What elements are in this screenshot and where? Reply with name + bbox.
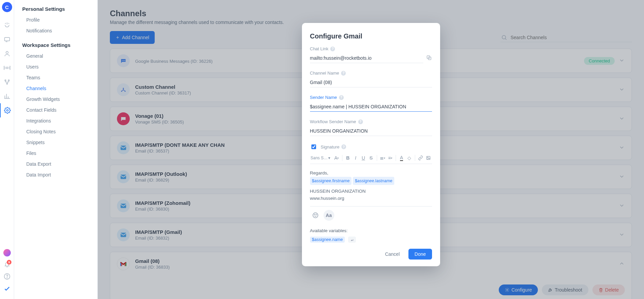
editor-line: Regards, [310,169,432,177]
chat-link-label: Chat Link ? [310,46,432,51]
variable-code: ↵ [348,237,356,243]
workflow-sender-input[interactable] [310,126,432,136]
chat-link-input[interactable] [310,53,423,63]
sidebar-item-general[interactable]: General [14,51,97,61]
signature-checkbox[interactable] [311,144,316,149]
svg-point-8 [7,278,7,278]
messages-icon[interactable] [0,32,14,47]
dashboard-icon[interactable] [0,18,14,32]
svg-point-2 [6,67,8,69]
broadcast-icon[interactable] [0,61,14,75]
variable-chip-firstname[interactable]: $assignee.firstname [310,177,352,185]
signature-editor[interactable]: Regards, $assignee.firstname $assignee.l… [310,167,432,207]
list-icon[interactable]: ≣▾ [379,154,386,162]
support-bubble-icon[interactable] [3,249,11,256]
workflows-icon[interactable] [0,75,14,89]
editor-line: www.hussein.org [310,195,432,202]
help-icon[interactable] [4,273,10,281]
help-icon[interactable]: ? [341,71,346,76]
channel-name-label: Channel Name ? [310,71,432,76]
settings-sidebar: Personal Settings Profile Notifications … [14,0,98,299]
sidebar-item-notifications[interactable]: Notifications [14,25,97,36]
reports-icon[interactable] [0,89,14,103]
done-button[interactable]: Done [408,249,432,260]
underline-icon[interactable]: U [360,154,367,162]
link-icon[interactable] [417,154,424,162]
notifications-bell-icon[interactable]: 9 [4,261,10,268]
strike-icon[interactable]: S [368,154,375,162]
configure-gmail-modal: Configure Gmail Chat Link ? [302,23,440,266]
sidebar-item-files[interactable]: Files [14,148,97,159]
heading-select[interactable]: A▾ [333,154,340,162]
modal-title: Configure Gmail [310,32,432,40]
contacts-icon[interactable] [0,47,14,61]
editor-line: $assignee.firstname $assignee.lastname [310,177,432,185]
svg-point-4 [8,80,9,81]
personal-settings-heading: Personal Settings [14,6,97,15]
clear-format-icon[interactable]: ◇ [406,154,413,162]
notification-count-badge: 9 [7,260,11,265]
workflow-sender-label: Workflow Sender Name ? [310,119,432,124]
sender-name-label: Sender Name ? [310,95,432,100]
help-icon[interactable]: ? [358,119,363,124]
sidebar-item-closing-notes[interactable]: Closing Notes [14,126,97,137]
bold-icon[interactable]: B [344,154,351,162]
svg-point-6 [6,110,8,111]
svg-point-26 [314,214,315,215]
workspace-settings-heading: Workspace Settings [14,42,97,51]
help-icon[interactable]: ? [339,95,344,100]
emoji-picker-icon[interactable] [310,210,321,221]
sidebar-item-profile[interactable]: Profile [14,15,97,25]
svg-point-1 [6,51,8,54]
chevron-down-icon: ▾ [328,156,330,160]
font-family-select[interactable]: Sans S…▾ [310,156,333,160]
help-icon[interactable]: ? [330,47,335,51]
svg-point-24 [427,157,428,158]
image-icon[interactable] [425,154,432,162]
available-variables-label: Available variables: [310,228,432,233]
align-icon[interactable]: ≡▾ [387,154,394,162]
sidebar-item-channels[interactable]: Channels [14,83,97,94]
brand-accent-icon[interactable] [3,286,11,293]
svg-point-27 [316,214,316,215]
sidebar-item-teams[interactable]: Teams [14,72,97,83]
help-icon[interactable]: ? [341,144,346,149]
sidebar-item-data-import[interactable]: Data Import [14,169,97,180]
variable-chip-lastname[interactable]: $assignee.lastname [353,177,394,185]
settings-icon[interactable] [0,103,14,117]
text-color-icon[interactable]: A [398,154,405,162]
svg-rect-0 [4,37,9,41]
channel-name-input[interactable] [310,78,432,87]
variable-chip-name[interactable]: $assignee.name [310,237,345,243]
sidebar-item-snippets[interactable]: Snippets [14,137,97,148]
svg-rect-23 [427,156,430,159]
svg-point-5 [6,83,7,84]
main-content: Channels Manage the different messaging … [98,0,644,299]
sidebar-item-users[interactable]: Users [14,61,97,72]
cancel-button[interactable]: Cancel [379,249,406,260]
svg-point-25 [313,213,318,218]
copy-icon[interactable] [426,55,432,62]
italic-icon[interactable]: I [352,154,359,162]
sidebar-item-data-export[interactable]: Data Export [14,159,97,169]
sidebar-item-contact-fields[interactable]: Contact Fields [14,105,97,115]
sender-name-input[interactable] [310,102,432,112]
editor-line: HUSSEIN ORGANIZATION [310,188,432,195]
modal-overlay[interactable]: Configure Gmail Chat Link ? [98,0,644,299]
text-style-icon[interactable]: Aa [324,210,334,221]
sidebar-item-growth-widgets[interactable]: Growth Widgets [14,94,97,105]
editor-toolbar: Sans S…▾ A▾ B I U S ≣▾ ≡▾ A ◇ [310,152,432,164]
workspace-logo[interactable]: C [2,2,12,12]
sidebar-item-integrations[interactable]: Integrations [14,115,97,126]
signature-label-row: Signature ? [310,143,432,150]
svg-point-3 [5,80,6,81]
